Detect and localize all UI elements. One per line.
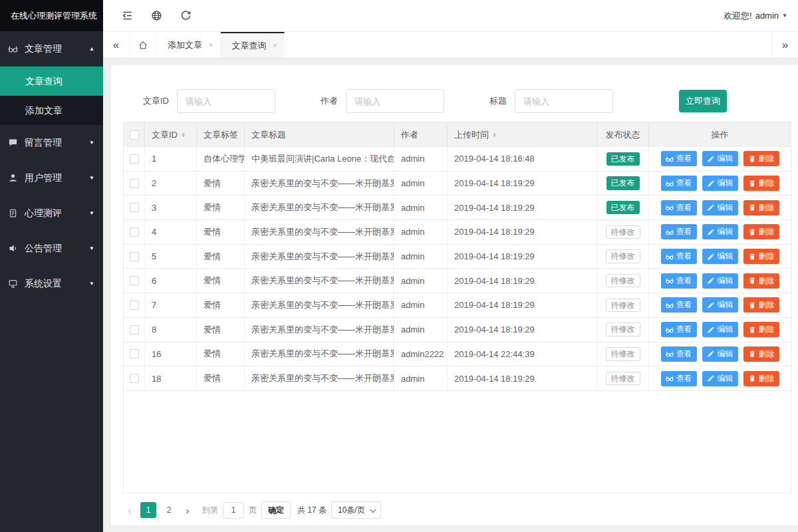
author-label: 作者 bbox=[321, 95, 338, 107]
row-checkbox[interactable] bbox=[130, 154, 139, 164]
delete-button[interactable]: 删除 bbox=[743, 273, 779, 289]
delete-button[interactable]: 删除 bbox=[743, 297, 779, 313]
close-icon[interactable]: × bbox=[208, 40, 213, 50]
row-checkbox[interactable] bbox=[130, 227, 139, 237]
cell-article-title: 亲密关系里的变与不变——米开朗基罗... bbox=[245, 318, 394, 342]
sort-icon[interactable]: ▲▼ bbox=[181, 132, 186, 138]
delete-button[interactable]: 删除 bbox=[743, 249, 779, 264]
view-button[interactable]: 查看 bbox=[661, 297, 697, 313]
delete-button[interactable]: 删除 bbox=[743, 176, 779, 191]
delete-button[interactable]: 删除 bbox=[743, 224, 779, 239]
home-icon[interactable] bbox=[130, 32, 156, 58]
tab-article-query[interactable]: 文章查询 × bbox=[221, 32, 285, 58]
view-button[interactable]: 查看 bbox=[661, 346, 697, 362]
cell-article-title: 亲密关系里的变与不变——米开朗基罗... bbox=[245, 342, 394, 366]
sidebar-item-notice-management[interactable]: 公告管理 ▼ bbox=[0, 231, 103, 266]
page-button-1[interactable]: 1 bbox=[140, 502, 156, 518]
delete-button[interactable]: 删除 bbox=[743, 151, 779, 166]
pencil-icon bbox=[707, 203, 715, 211]
sidebar-item-article-query[interactable]: 文章查询 bbox=[0, 66, 103, 96]
row-checkbox[interactable] bbox=[130, 301, 139, 310]
table-row: 7 爱情 亲密关系里的变与不变——米开朗基罗... admin 2019-04-… bbox=[124, 293, 791, 318]
collapse-menu-icon[interactable] bbox=[112, 9, 142, 22]
globe-icon[interactable] bbox=[142, 9, 171, 22]
pencil-icon bbox=[707, 155, 715, 163]
trash-icon bbox=[748, 326, 756, 334]
sidebar-item-system-settings[interactable]: 系统设置 ▼ bbox=[0, 266, 103, 301]
sidebar-item-psych-test[interactable]: 心理测评 ▼ bbox=[0, 196, 103, 231]
cell-actions: 查看 编辑 删除 bbox=[649, 366, 791, 390]
delete-button[interactable]: 删除 bbox=[743, 200, 779, 215]
delete-button[interactable]: 删除 bbox=[743, 371, 779, 386]
row-checkbox-cell bbox=[124, 245, 145, 269]
row-checkbox-cell bbox=[124, 172, 145, 196]
view-button[interactable]: 查看 bbox=[661, 224, 697, 239]
glasses-icon bbox=[666, 374, 674, 382]
refresh-icon[interactable] bbox=[171, 9, 200, 22]
article-id-input[interactable] bbox=[177, 89, 275, 113]
total-count: 共 17 条 bbox=[297, 505, 327, 516]
glasses-icon bbox=[666, 326, 674, 334]
cell-actions: 查看 编辑 删除 bbox=[649, 172, 791, 196]
edit-button[interactable]: 编辑 bbox=[702, 151, 738, 166]
cell-actions: 查看 编辑 删除 bbox=[649, 245, 791, 269]
status-badge: 待修改 bbox=[606, 347, 640, 360]
row-checkbox[interactable] bbox=[130, 349, 139, 358]
edit-button[interactable]: 编辑 bbox=[702, 176, 738, 191]
view-button[interactable]: 查看 bbox=[661, 273, 697, 289]
view-button[interactable]: 查看 bbox=[661, 151, 697, 166]
trash-icon bbox=[748, 277, 756, 285]
next-page-icon[interactable]: › bbox=[182, 505, 194, 516]
delete-button[interactable]: 删除 bbox=[743, 346, 779, 362]
author-input[interactable] bbox=[346, 89, 444, 113]
row-checkbox[interactable] bbox=[130, 179, 139, 188]
tabs-scroll-left-icon[interactable]: « bbox=[103, 32, 130, 58]
edit-button[interactable]: 编辑 bbox=[702, 249, 738, 264]
tab-article-add[interactable]: 添加文章 × bbox=[156, 32, 221, 58]
select-all-checkbox[interactable] bbox=[130, 130, 139, 140]
title-input[interactable] bbox=[515, 89, 613, 113]
view-button[interactable]: 查看 bbox=[661, 176, 697, 191]
edit-button[interactable]: 编辑 bbox=[702, 224, 738, 239]
row-checkbox[interactable] bbox=[130, 203, 139, 212]
cell-status: 待修改 bbox=[597, 269, 649, 293]
page-size-select[interactable]: 10条/页 bbox=[331, 501, 381, 519]
cell-status: 待修改 bbox=[597, 220, 649, 244]
page-button-2[interactable]: 2 bbox=[161, 502, 177, 518]
query-button[interactable]: 立即查询 bbox=[679, 90, 727, 112]
sidebar-item-label: 系统设置 bbox=[25, 278, 62, 290]
confirm-button[interactable]: 确定 bbox=[261, 501, 291, 519]
edit-button[interactable]: 编辑 bbox=[702, 200, 738, 215]
user-dropdown[interactable]: 欢迎您! admin ▼ bbox=[724, 10, 798, 22]
goto-page-input[interactable] bbox=[223, 502, 244, 519]
sidebar-item-article-add[interactable]: 添加文章 bbox=[0, 96, 103, 125]
edit-button[interactable]: 编辑 bbox=[702, 346, 738, 362]
edit-button[interactable]: 编辑 bbox=[702, 297, 738, 313]
table-row: 3 爱情 亲密关系里的变与不变——米开朗基罗... admin 2019-04-… bbox=[124, 196, 791, 220]
view-button[interactable]: 查看 bbox=[661, 200, 697, 215]
view-button[interactable]: 查看 bbox=[661, 322, 697, 337]
row-checkbox[interactable] bbox=[130, 276, 139, 285]
prev-page-icon[interactable]: ‹ bbox=[124, 505, 136, 516]
row-checkbox[interactable] bbox=[130, 252, 139, 261]
header-upload-time[interactable]: 上传时间 ▲▼ bbox=[448, 122, 597, 147]
close-icon[interactable]: × bbox=[273, 41, 278, 51]
view-button[interactable]: 查看 bbox=[661, 249, 697, 264]
edit-button[interactable]: 编辑 bbox=[702, 371, 738, 386]
edit-button[interactable]: 编辑 bbox=[702, 273, 738, 289]
cell-author: admin bbox=[394, 318, 448, 342]
header-article-id[interactable]: 文章ID ▲▼ bbox=[145, 122, 197, 147]
delete-button[interactable]: 删除 bbox=[743, 322, 779, 337]
edit-button[interactable]: 编辑 bbox=[702, 322, 738, 337]
tabs-scroll-right-icon[interactable]: » bbox=[771, 32, 798, 58]
sidebar-item-message-management[interactable]: 留言管理 ▼ bbox=[0, 125, 103, 160]
cell-status: 已发布 bbox=[597, 196, 649, 219]
sort-icon[interactable]: ▲▼ bbox=[492, 132, 497, 138]
row-checkbox[interactable] bbox=[130, 325, 139, 334]
sidebar-item-user-management[interactable]: 用户管理 ▼ bbox=[0, 160, 103, 196]
row-checkbox[interactable] bbox=[130, 374, 139, 383]
glasses-icon bbox=[8, 44, 19, 55]
view-button[interactable]: 查看 bbox=[661, 371, 697, 386]
sidebar-item-article-management[interactable]: 文章管理 ▲ bbox=[0, 31, 103, 66]
chevron-down-icon bbox=[370, 506, 376, 513]
